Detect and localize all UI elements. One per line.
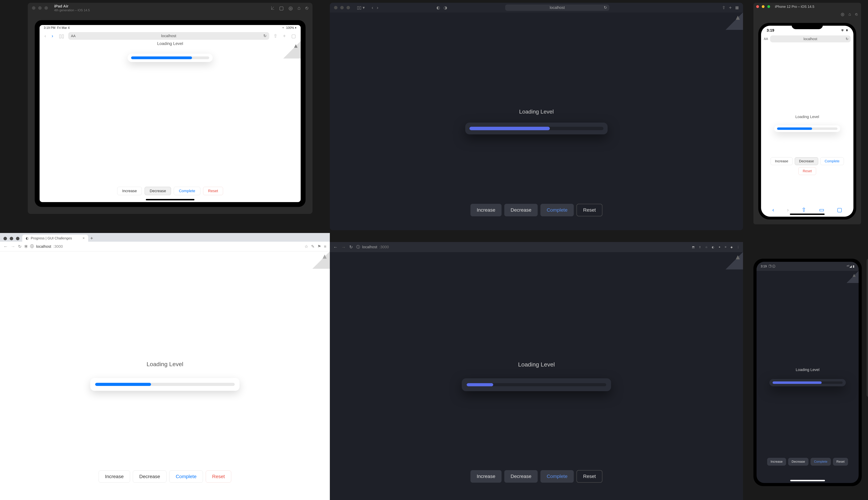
reload-icon[interactable]: ↻ bbox=[846, 37, 848, 41]
appearance-icon[interactable]: ◑ bbox=[444, 5, 447, 10]
text-size-icon[interactable]: AA bbox=[764, 37, 768, 41]
reset-button[interactable]: Reset bbox=[798, 167, 816, 175]
minimize-icon[interactable] bbox=[340, 6, 344, 9]
maximize-icon[interactable] bbox=[346, 6, 350, 9]
share-icon[interactable]: ⇧ bbox=[699, 246, 701, 249]
back-icon[interactable]: ← bbox=[333, 245, 338, 250]
minimize-icon[interactable] bbox=[10, 237, 13, 240]
complete-button[interactable]: Complete bbox=[811, 458, 831, 466]
close-icon[interactable] bbox=[756, 5, 759, 8]
forward-icon[interactable]: › bbox=[787, 207, 789, 213]
minimize-icon[interactable] bbox=[38, 6, 42, 10]
url-bar[interactable]: localhost ↻ bbox=[505, 4, 609, 11]
increase-button[interactable]: Increase bbox=[99, 470, 130, 482]
close-icon[interactable] bbox=[334, 6, 338, 9]
maximize-icon[interactable] bbox=[16, 237, 20, 240]
menu-icon[interactable]: ⋮ bbox=[737, 246, 740, 249]
extension-icon[interactable]: ◐ bbox=[712, 246, 714, 249]
decrease-button[interactable]: Decrease bbox=[133, 470, 167, 482]
reset-button[interactable]: Reset bbox=[576, 470, 602, 482]
shield-icon[interactable]: ◐ bbox=[436, 5, 440, 10]
decrease-button[interactable]: Decrease bbox=[788, 458, 809, 466]
install-icon[interactable]: ⬒ bbox=[692, 246, 695, 249]
complete-button[interactable]: Complete bbox=[169, 470, 203, 482]
share-icon[interactable]: ⇧ bbox=[722, 5, 726, 10]
home-icon[interactable]: ⌂ bbox=[298, 5, 300, 11]
tabs-icon[interactable]: ▢ bbox=[290, 33, 297, 39]
back-icon[interactable]: ← bbox=[3, 244, 8, 249]
maximize-icon[interactable] bbox=[767, 5, 770, 8]
complete-button[interactable]: Complete bbox=[820, 157, 844, 165]
close-icon[interactable] bbox=[3, 237, 7, 240]
record-icon[interactable]: ◎ bbox=[288, 5, 293, 11]
new-tab-icon[interactable]: + bbox=[729, 5, 732, 10]
text-size-icon[interactable]: AA bbox=[71, 34, 76, 38]
complete-button[interactable]: Complete bbox=[540, 204, 574, 216]
url-bar[interactable]: ⓘ localhost:3000 bbox=[356, 245, 688, 250]
reset-button[interactable]: Reset bbox=[576, 204, 602, 216]
close-icon[interactable] bbox=[32, 6, 35, 10]
sidebar-icon[interactable]: ▯▯ ▾ bbox=[357, 5, 365, 10]
device-name: iPad Air bbox=[54, 4, 90, 9]
forward-icon[interactable]: › bbox=[50, 33, 55, 39]
info-icon[interactable]: 🄋 bbox=[30, 244, 34, 249]
increase-button[interactable]: Increase bbox=[117, 187, 142, 195]
browser-tab[interactable]: ◐ Progress | GUI Challenges × bbox=[22, 235, 88, 242]
bookmarks-icon[interactable]: ▭ bbox=[819, 206, 824, 213]
reset-button[interactable]: Reset bbox=[203, 187, 223, 195]
extension-icon[interactable]: ⚑ bbox=[317, 244, 321, 249]
tabs-icon[interactable]: ▦ bbox=[735, 5, 739, 10]
minimize-icon[interactable] bbox=[762, 5, 765, 8]
screenshot-icon[interactable]: ◎ bbox=[841, 12, 844, 17]
reading-list-icon[interactable]: ≡ bbox=[725, 246, 726, 249]
reset-button[interactable]: Reset bbox=[206, 470, 231, 482]
url-bar[interactable]: ⛨ 🄋 localhost:3000 bbox=[24, 244, 302, 249]
decrease-button[interactable]: Decrease bbox=[795, 157, 818, 165]
extensions-icon[interactable]: ✦ bbox=[718, 246, 721, 249]
url-bar[interactable]: localhost ↻ bbox=[770, 35, 850, 42]
forward-icon[interactable]: → bbox=[11, 244, 15, 249]
decrease-button[interactable]: Decrease bbox=[145, 187, 171, 195]
home-icon[interactable]: ⌂ bbox=[848, 12, 851, 17]
reset-button[interactable]: Reset bbox=[833, 458, 848, 466]
increase-button[interactable]: Increase bbox=[767, 458, 786, 466]
increase-button[interactable]: Increase bbox=[470, 204, 502, 216]
reload-icon[interactable]: ↻ bbox=[263, 34, 266, 38]
url-bar[interactable]: AA localhost ↻ bbox=[68, 32, 269, 40]
forward-icon[interactable]: › bbox=[377, 5, 378, 10]
new-tab-icon[interactable]: + bbox=[90, 236, 93, 242]
new-tab-icon[interactable]: + bbox=[282, 33, 287, 39]
increase-button[interactable]: Increase bbox=[770, 157, 793, 165]
reload-icon[interactable]: ↻ bbox=[604, 5, 607, 10]
extension-icon[interactable]: ✎ bbox=[311, 244, 315, 249]
decrease-button[interactable]: Decrease bbox=[504, 470, 538, 482]
complete-button[interactable]: Complete bbox=[174, 187, 200, 195]
reload-icon[interactable]: ↻ bbox=[18, 244, 22, 249]
back-icon[interactable]: ‹ bbox=[772, 207, 774, 213]
back-icon[interactable]: ‹ bbox=[43, 33, 47, 39]
screenshot-icon[interactable]: ▢ bbox=[279, 5, 284, 11]
forward-icon[interactable]: → bbox=[341, 245, 346, 250]
loading-label: Loading Level bbox=[795, 115, 819, 119]
close-tab-icon[interactable]: × bbox=[82, 236, 85, 240]
url-text: localhost bbox=[803, 37, 817, 41]
back-icon[interactable]: ‹ bbox=[372, 5, 373, 10]
menu-icon[interactable]: ≡ bbox=[324, 244, 327, 249]
maximize-icon[interactable] bbox=[44, 6, 48, 10]
profile-icon[interactable]: ◆ bbox=[731, 246, 733, 249]
share-icon[interactable]: ⇧ bbox=[801, 206, 806, 213]
bookmark-icon[interactable]: ☆ bbox=[705, 246, 708, 249]
rotate-icon[interactable]: ⎋ bbox=[305, 5, 308, 11]
complete-button[interactable]: Complete bbox=[540, 470, 574, 482]
tabs-icon[interactable]: ▢ bbox=[837, 206, 842, 213]
pointer-icon[interactable]: ⟀ bbox=[271, 5, 274, 11]
increase-button[interactable]: Increase bbox=[470, 470, 502, 482]
shield-icon[interactable]: ⛨ bbox=[24, 244, 28, 249]
bookmark-icon[interactable]: ☆ bbox=[305, 244, 308, 249]
share-icon[interactable]: ⇧ bbox=[272, 33, 279, 39]
decrease-button[interactable]: Decrease bbox=[504, 204, 538, 216]
rotate-icon[interactable]: ⎋ bbox=[855, 12, 858, 17]
info-icon[interactable]: ⓘ bbox=[356, 245, 360, 250]
reload-icon[interactable]: ↻ bbox=[349, 245, 353, 249]
sidebar-icon[interactable]: ▯▯ bbox=[57, 33, 66, 39]
